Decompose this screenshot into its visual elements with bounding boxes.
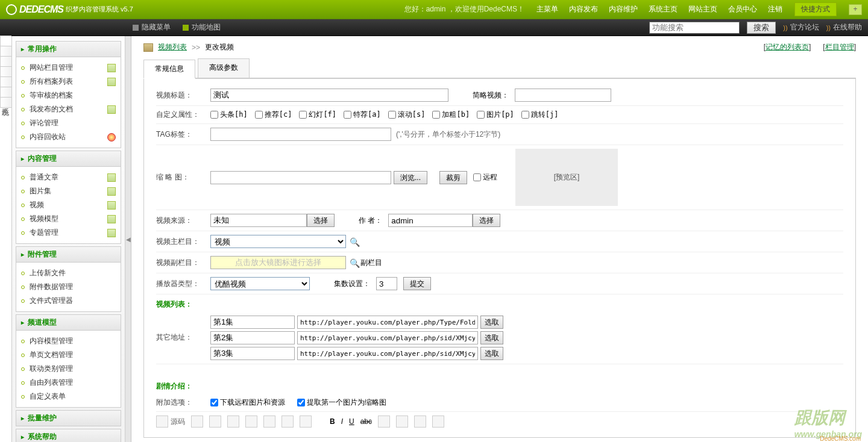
subheader-bar: 隐藏菜单 功能地图 搜索 ))官方论坛 ))在线帮助: [0, 19, 868, 36]
plus-button[interactable]: +: [849, 4, 862, 15]
logo-icon: [6, 4, 17, 15]
function-search-input[interactable]: [649, 22, 740, 34]
sitemap-link[interactable]: 功能地图: [183, 22, 221, 33]
hide-menu-icon: [133, 25, 139, 31]
hide-menu-link[interactable]: 隐藏菜单: [133, 22, 171, 33]
logo-area: DEDECMS: [6, 4, 63, 15]
sound-icon: )): [826, 24, 831, 31]
nav-maintain[interactable]: 内容维护: [609, 4, 638, 14]
header-bar: DEDECMS 织梦内容管理系统 v5.7 您好：admin ，欢迎使用Dede…: [0, 0, 868, 19]
search-button[interactable]: 搜索: [747, 22, 776, 34]
forum-link[interactable]: ))官方论坛: [783, 22, 819, 33]
quick-mode-dropdown[interactable]: 快捷方式: [794, 2, 837, 16]
sound-icon: )): [783, 24, 787, 31]
nav-main-menu[interactable]: 主菜单: [536, 4, 558, 14]
top-nav: 主菜单 内容发布 内容维护 系统主页 网站主页 会员中心 注销: [536, 4, 782, 14]
nav-site-home[interactable]: 网站主页: [688, 4, 717, 14]
nav-sys-home[interactable]: 系统主页: [649, 4, 678, 14]
logo-subtitle: 织梦内容管理系统 v5.7: [66, 5, 133, 14]
help-link[interactable]: ))在线帮助: [826, 22, 862, 33]
sitemap-icon: [183, 25, 189, 31]
nav-logout[interactable]: 注销: [768, 4, 782, 14]
logo-text: DEDECMS: [19, 4, 63, 15]
ltab-core[interactable]: 核心: [0, 36, 11, 36]
nav-member[interactable]: 会员中心: [728, 4, 757, 14]
welcome-text: 您好：admin ，欢迎使用DedeCMS！: [404, 4, 524, 14]
nav-publish[interactable]: 内容发布: [569, 4, 598, 14]
